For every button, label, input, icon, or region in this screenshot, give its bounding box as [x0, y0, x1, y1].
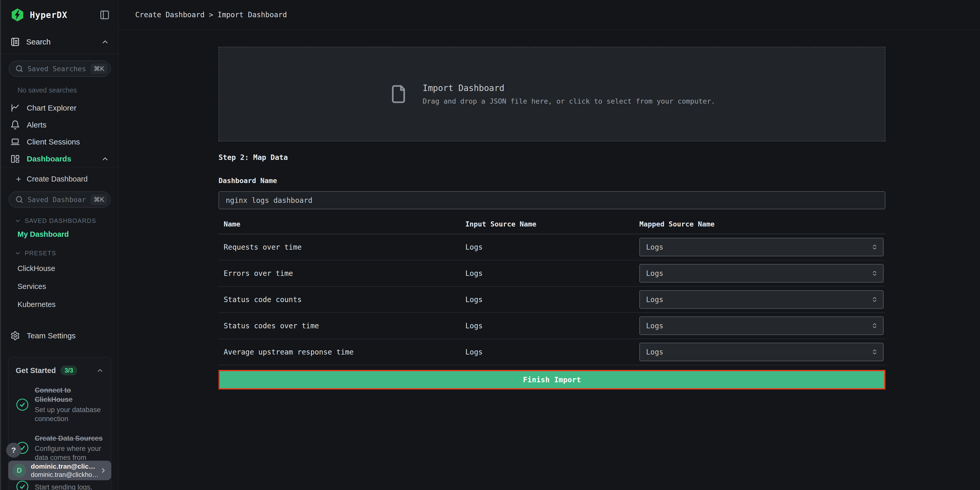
get-started-item-subtitle: Configure where your data comes from	[35, 444, 104, 462]
row-name: Requests over time	[218, 243, 460, 251]
sidebar-item-label: Client Sessions	[27, 138, 80, 146]
table-header-row: Name Input Source Name Mapped Source Nam…	[218, 215, 885, 234]
bell-icon	[10, 120, 20, 130]
topbar: Create Dashboard > Import Dashboard	[119, 0, 980, 30]
column-header-input-source: Input Source Name	[460, 220, 640, 228]
get-started-item-title: Create Data Sources	[35, 434, 104, 443]
mapped-source-select[interactable]: Logs	[640, 264, 884, 283]
team-settings-label: Team Settings	[27, 331, 76, 340]
chevron-right-icon	[100, 467, 107, 474]
import-table-body: Requests over time Logs Logs Errors over…	[218, 234, 885, 365]
saved-searches-field[interactable]	[27, 65, 86, 73]
saved-dashboards-field[interactable]	[27, 196, 86, 204]
line-chart-icon	[10, 103, 20, 113]
sidebar-item-chart-explorer[interactable]: Chart Explorer	[1, 100, 119, 116]
sidebar-item-services[interactable]: Services	[18, 280, 119, 293]
get-started-title: Get Started	[16, 366, 56, 375]
plus-icon: +	[16, 175, 21, 183]
presets-section-toggle[interactable]: PRESETS	[14, 250, 119, 257]
help-button[interactable]: ?	[6, 443, 21, 458]
mapped-source-value: Logs	[646, 295, 663, 304]
sidebar-item-my-dashboard[interactable]: My Dashboard	[18, 229, 119, 239]
mapped-source-select[interactable]: Logs	[640, 343, 884, 361]
laptop-icon	[10, 137, 20, 147]
sidebar-item-label: Dashboards	[27, 154, 71, 163]
sidebar-item-dashboards[interactable]: Dashboards	[1, 150, 119, 167]
table-row: Errors over time Logs Logs	[218, 261, 885, 286]
get-started-item[interactable]: Connect to ClickHouse Set up your databa…	[16, 386, 104, 423]
finish-import-button[interactable]: Finish Import	[220, 371, 884, 388]
avatar: D	[12, 463, 26, 477]
dashboard-name-label: Dashboard Name	[218, 177, 885, 185]
row-name: Status code counts	[218, 295, 460, 304]
table-row: Status codes over time Logs Logs	[218, 313, 885, 339]
get-started-item[interactable]: Create Data Sources Configure where your…	[16, 434, 104, 462]
mapped-source-value: Logs	[646, 348, 663, 356]
sidebar-nav: Chart Explorer Alerts Client Sessions	[1, 100, 119, 150]
sidebar-item-search[interactable]: Search	[1, 30, 119, 54]
dashboard-name-input[interactable]	[218, 191, 885, 209]
user-menu[interactable]: D dominic.tran@clic… dominic.tran@clickh…	[8, 461, 111, 480]
dashboard-grid-icon	[10, 154, 20, 164]
saved-dashboards-section-toggle[interactable]: SAVED DASHBOARDS	[14, 217, 119, 224]
row-name: Average upstream response time	[218, 348, 460, 356]
column-header-mapped-source: Mapped Source Name	[640, 220, 885, 228]
step-title: Step 2: Map Data	[218, 153, 885, 162]
mapped-source-value: Logs	[646, 321, 663, 330]
chevrons-up-down-icon	[871, 348, 878, 355]
saved-searches-input[interactable]: ⌘K	[9, 60, 111, 76]
shortcut-badge: ⌘K	[91, 64, 107, 74]
get-started-item-subtitle: Set up your database connection	[35, 406, 104, 423]
preset-list: ClickHouse Services Kubernetes	[1, 262, 119, 311]
notebook-icon	[10, 37, 20, 47]
chevron-down-icon	[14, 250, 21, 256]
row-input-source: Logs	[460, 348, 640, 356]
user-name: dominic.tran@clic…	[31, 463, 95, 471]
mapped-source-value: Logs	[646, 243, 663, 251]
row-input-source: Logs	[460, 321, 640, 330]
mapped-source-select[interactable]: Logs	[640, 290, 884, 309]
row-input-source: Logs	[460, 269, 640, 278]
sidebar-item-client-sessions[interactable]: Client Sessions	[1, 134, 119, 150]
main-content: Create Dashboard > Import Dashboard Impo…	[119, 0, 980, 490]
search-icon	[15, 196, 23, 204]
app-title: HyperDX	[30, 10, 67, 20]
sidebar-item-team-settings[interactable]: Team Settings	[1, 327, 119, 344]
collapse-sidebar-icon[interactable]	[100, 10, 110, 20]
import-dropzone[interactable]: Import Dashboard Drag and drop a JSON fi…	[218, 47, 885, 142]
file-icon	[389, 82, 408, 107]
chevrons-up-down-icon	[871, 270, 878, 277]
chevron-up-icon[interactable]	[96, 367, 104, 374]
sidebar-item-kubernetes[interactable]: Kubernetes	[18, 298, 119, 311]
search-icon	[15, 65, 23, 73]
saved-dashboards-section-label: SAVED DASHBOARDS	[25, 217, 96, 224]
sidebar: HyperDX Search ⌘K No saved searches Char…	[0, 0, 119, 490]
mapped-source-select[interactable]: Logs	[640, 317, 884, 335]
chevrons-up-down-icon	[871, 296, 878, 303]
dropzone-subtitle: Drag and drop a JSON file here, or click…	[423, 97, 715, 105]
mapped-source-value: Logs	[646, 269, 663, 278]
action-highlight-box: Finish Import	[218, 370, 885, 390]
row-input-source: Logs	[460, 243, 640, 251]
import-mapping-table: Name Input Source Name Mapped Source Nam…	[218, 215, 885, 365]
gear-icon	[10, 331, 20, 340]
chevron-up-icon	[101, 155, 109, 163]
get-started-item-subtitle: Start sending logs, metrics, or traces	[35, 483, 104, 490]
row-name: Status codes over time	[218, 321, 460, 330]
check-circle-icon	[16, 398, 29, 411]
get-started-progress-badge: 3/3	[60, 366, 77, 375]
sidebar-item-clickhouse[interactable]: ClickHouse	[18, 262, 119, 275]
create-dashboard-button[interactable]: + Create Dashboard	[1, 170, 119, 188]
sidebar-item-label: Chart Explorer	[27, 103, 76, 112]
shortcut-badge: ⌘K	[91, 194, 107, 205]
chevrons-up-down-icon	[871, 322, 878, 329]
mapped-source-select[interactable]: Logs	[640, 238, 884, 256]
presets-section-label: PRESETS	[25, 250, 56, 257]
sidebar-item-alerts[interactable]: Alerts	[1, 116, 119, 134]
chevrons-up-down-icon	[871, 244, 878, 250]
sidebar-item-label: Search	[26, 38, 51, 46]
saved-dashboards-input[interactable]: ⌘K	[9, 191, 111, 207]
check-circle-icon	[16, 480, 29, 490]
table-row: Average upstream response time Logs Logs	[218, 339, 885, 365]
create-dashboard-label: Create Dashboard	[27, 175, 88, 183]
